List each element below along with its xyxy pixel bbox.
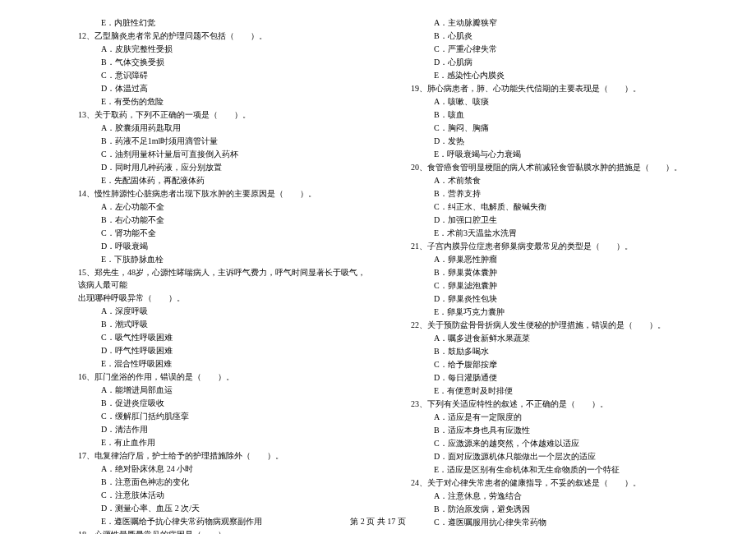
option-text: C．给予腹部按摩 <box>411 358 744 371</box>
option-text: D．呼气性呼吸困难 <box>78 344 366 357</box>
option-text: B．防治原发病，避免诱因 <box>411 503 744 515</box>
option-text: B．卵巢黄体囊肿 <box>411 266 744 279</box>
option-text: C．吸气性呼吸困难 <box>78 331 366 343</box>
question-text: 22、关于预防盆骨骨折病人发生便秘的护理措施，错误的是（ ）。 <box>411 319 744 331</box>
option-text: C．肾功能不全 <box>78 227 366 239</box>
option-text: B．营养支持 <box>411 187 744 200</box>
question-continuation: 出现哪种呼吸异常（ ）。 <box>78 292 366 304</box>
option-text: D．清洁作用 <box>78 423 366 435</box>
option-text: C．胸闷、胸痛 <box>411 122 744 134</box>
option-text: B．适应本身也具有应激性 <box>411 424 744 436</box>
option-text: C．卵巢滤泡囊肿 <box>411 279 744 292</box>
option-text: B．气体交换受损 <box>78 56 366 68</box>
option-text: D．体温过高 <box>78 82 366 94</box>
option-text: B．鼓励多喝水 <box>411 345 744 357</box>
option-text: E．先配固体药，再配液体药 <box>78 174 366 186</box>
option-text: C．应激源来的越突然，个体越难以适应 <box>411 437 744 449</box>
option-text: E．术前3天温盐水洗胃 <box>411 227 744 239</box>
option-text: D．发热 <box>411 135 744 147</box>
question-text: 16、肛门坐浴的作用，错误的是（ ）。 <box>78 371 366 383</box>
option-text: D．同时用几种药液，应分别放置 <box>78 161 366 173</box>
right-column: A．主动脉瓣狭窄B．心肌炎C．严重心律失常D．心肌病E．感染性心内膜炎19、肺心… <box>378 16 756 501</box>
option-text: B．潮式呼吸 <box>78 318 366 330</box>
question-text: 12、乙型脑炎患者常见的护理问题不包括（ ）。 <box>78 30 366 42</box>
option-text: C．缓解肛门括约肌痉挛 <box>78 410 366 422</box>
option-text: A．卵巢恶性肿瘤 <box>411 253 744 265</box>
question-text: 14、慢性肺源性心脏病患者出现下肢水肿的主要原因是（ ）。 <box>78 187 366 200</box>
option-text: B．药液不足1ml时须用滴管计量 <box>78 135 366 147</box>
option-text: C．注意肢体活动 <box>78 489 366 501</box>
option-text: A．主动脉瓣狭窄 <box>411 16 744 29</box>
option-text: E．有受伤的危险 <box>78 95 366 108</box>
question-text: 24、关于对心律失常患者的健康指导，不妥的叙述是（ ）。 <box>411 476 744 489</box>
option-text: A．深度呼吸 <box>78 305 366 317</box>
option-text: E．呼吸衰竭与心力衰竭 <box>411 148 744 160</box>
option-text: D．每日灌肠通便 <box>411 371 744 384</box>
option-text: E．卵巢巧克力囊肿 <box>411 306 744 318</box>
question-text: 17、电复律治疗后，护士给予的护理措施除外（ ）。 <box>78 449 366 462</box>
option-text: D．加强口腔卫生 <box>411 214 744 226</box>
question-text: 13、关于取药，下列不正确的一项是（ ）。 <box>78 108 366 121</box>
page-footer: 第 2 页 共 17 页 <box>0 515 756 527</box>
option-text: B．右心功能不全 <box>78 214 366 226</box>
option-text: D．呼吸衰竭 <box>78 240 366 252</box>
option-text: B．注意面色神志的变化 <box>78 476 366 488</box>
option-text: D．卵巢炎性包块 <box>411 292 744 305</box>
option-text: A．绝对卧床休息 24 小时 <box>78 463 366 475</box>
option-text: E．感染性心内膜炎 <box>411 69 744 81</box>
option-text: A．皮肤完整性受损 <box>78 43 366 55</box>
question-text: 20、食管癌食管明显梗阻的病人术前减轻食管黏膜水肿的措施是（ ）。 <box>411 161 744 173</box>
option-text: C．油剂用量杯计量后可直接倒入药杯 <box>78 148 366 160</box>
option-text: A．适应是有一定限度的 <box>411 411 744 423</box>
option-text: B．咳血 <box>411 108 744 121</box>
option-text: E．有止血作用 <box>78 436 366 449</box>
option-text: A．能增进局部血运 <box>78 384 366 396</box>
option-text: B．促进炎症吸收 <box>78 397 366 409</box>
question-text: 23、下列有关适应特性的叙述，不正确的是（ ）。 <box>411 398 744 410</box>
question-text: 21、子宫内膜异位症患者卵巢病变最常见的类型是（ ）。 <box>411 240 744 252</box>
option-text: D．测量心率、血压 2 次/天 <box>78 502 366 514</box>
document-content: E．内脏性幻觉12、乙型脑炎患者常见的护理问题不包括（ ）。A．皮肤完整性受损B… <box>0 16 756 501</box>
option-text: E．下肢静脉血栓 <box>78 253 366 265</box>
option-text: A．胶囊须用药匙取用 <box>78 122 366 134</box>
question-text: 19、肺心病患者，肺、心功能失代偿期的主要表现是（ ）。 <box>411 82 744 94</box>
option-text: A．术前禁食 <box>411 174 744 186</box>
option-text: C．严重心律失常 <box>411 43 744 55</box>
option-text: C．意识障碍 <box>78 69 366 81</box>
option-text: B．心肌炎 <box>411 30 744 42</box>
option-text: A．咳嗽、咳痰 <box>411 95 744 108</box>
option-text: C．纠正水、电解质、酸碱失衡 <box>411 200 744 213</box>
option-text: E．内脏性幻觉 <box>78 16 366 29</box>
option-text: E．有便意时及时排便 <box>411 384 744 397</box>
left-column: E．内脏性幻觉12、乙型脑炎患者常见的护理问题不包括（ ）。A．皮肤完整性受损B… <box>0 16 378 501</box>
option-text: A．嘱多进食新鲜水果蔬菜 <box>411 332 744 344</box>
option-text: E．适应是区别有生命机体和无生命物质的一个特征 <box>411 463 744 476</box>
option-text: A．注意休息，劳逸结合 <box>411 490 744 502</box>
option-text: D．心肌病 <box>411 56 744 68</box>
question-text: 15、郑先生，48岁，心源性哮喘病人，主诉呼气费力，呼气时间显著长于吸气，该病人… <box>78 266 366 291</box>
option-text: D．面对应激源机体只能做出一个层次的适应 <box>411 450 744 463</box>
option-text: E．混合性呼吸困难 <box>78 357 366 370</box>
question-text: 18、心源性晕厥最常见的病因是（ ）。 <box>78 528 366 534</box>
option-text: A．左心功能不全 <box>78 200 366 213</box>
page-number: 第 2 页 共 17 页 <box>350 517 406 526</box>
